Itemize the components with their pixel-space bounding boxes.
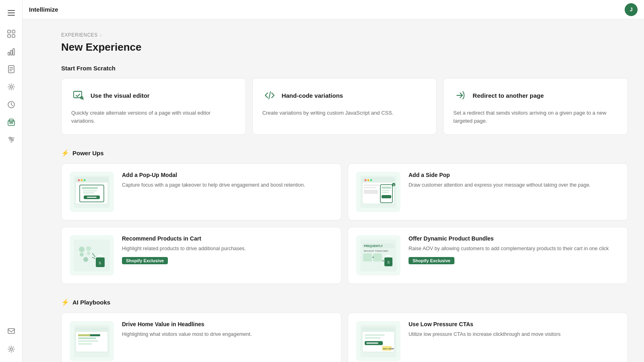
svg-point-14 bbox=[10, 86, 12, 88]
sidebar-item-filters[interactable] bbox=[3, 132, 19, 148]
svg-text:+: + bbox=[372, 255, 374, 259]
sidebar-item-dashboard[interactable] bbox=[3, 26, 19, 42]
breadcrumb-parent[interactable]: EXPERIENCES bbox=[61, 32, 98, 38]
svg-point-46 bbox=[367, 179, 369, 181]
card-hand-code-header: Hand-code variations bbox=[262, 88, 427, 103]
svg-line-29 bbox=[269, 92, 270, 99]
svg-rect-81 bbox=[78, 337, 96, 339]
card-visual-editor[interactable]: Use the visual editor Quickly create alt… bbox=[61, 78, 246, 135]
drive-home-content: Drive Home Value in Headlines Highlighti… bbox=[122, 321, 333, 342]
sidebar-top bbox=[0, 5, 22, 148]
visual-editor-icon bbox=[71, 88, 86, 103]
card-dynamic-bundles[interactable]: FREQUENTLY BOUGHT TOGETHER + S + bbox=[348, 227, 628, 284]
card-redirect[interactable]: Redirect to another page Set a redirect … bbox=[443, 78, 628, 135]
popup-modal-desc: Capture focus with a page takeover to he… bbox=[122, 181, 333, 189]
low-pressure-title: Use Low Pressure CTAs bbox=[409, 321, 619, 327]
user-avatar[interactable]: J bbox=[625, 3, 638, 16]
app-name: Intellimize bbox=[29, 6, 58, 13]
svg-rect-44 bbox=[362, 178, 394, 183]
sidebar-item-history[interactable] bbox=[3, 97, 19, 113]
svg-point-35 bbox=[84, 179, 86, 181]
drive-home-thumb bbox=[70, 321, 114, 361]
svg-text:BOUGHT TOGETHER: BOUGHT TOGETHER bbox=[364, 250, 388, 252]
sidebar-item-experiences[interactable] bbox=[3, 114, 19, 130]
svg-text:S: S bbox=[387, 260, 390, 264]
redirect-icon bbox=[453, 88, 468, 103]
dynamic-bundles-desc: Raise AOV by allowing customers to add c… bbox=[409, 245, 619, 253]
sidebar-item-gear[interactable] bbox=[3, 341, 19, 357]
svg-rect-4 bbox=[12, 30, 15, 33]
hand-code-title: Hand-code variations bbox=[282, 92, 343, 99]
hand-code-icon bbox=[262, 88, 277, 103]
svg-rect-37 bbox=[82, 187, 98, 189]
svg-rect-1 bbox=[8, 12, 15, 13]
page-title: New Experience bbox=[61, 41, 628, 53]
card-popup-modal[interactable]: Add a Pop-Up Modal Capture focus with a … bbox=[61, 163, 341, 220]
sidebar-item-messages[interactable] bbox=[3, 323, 19, 339]
svg-point-34 bbox=[81, 179, 83, 181]
side-pop-content: Add a Side Pop Draw customer attention a… bbox=[409, 172, 619, 193]
svg-rect-87 bbox=[362, 328, 394, 332]
drive-home-title: Drive Home Value in Headlines bbox=[122, 321, 333, 327]
breadcrumb: EXPERIENCES › bbox=[61, 32, 628, 38]
svg-rect-2 bbox=[8, 15, 15, 16]
svg-rect-25 bbox=[8, 329, 14, 333]
svg-rect-58 bbox=[74, 239, 110, 272]
powerups-icon: ⚡ bbox=[61, 149, 69, 157]
sidebar-item-reports[interactable] bbox=[3, 61, 19, 77]
sidebar-item-settings[interactable] bbox=[3, 79, 19, 95]
recommend-products-title: Recommend Products in Cart bbox=[122, 235, 333, 242]
sidebar bbox=[0, 0, 23, 362]
svg-rect-51 bbox=[382, 192, 389, 193]
card-visual-editor-header: Use the visual editor bbox=[71, 88, 236, 103]
sidebar-bottom bbox=[3, 323, 19, 357]
side-pop-title: Add a Side Pop bbox=[409, 172, 619, 178]
card-side-pop[interactable]: ♥ Add a Side Pop Draw customer attention… bbox=[348, 163, 628, 220]
svg-point-63 bbox=[83, 257, 88, 262]
svg-rect-39 bbox=[83, 192, 94, 193]
svg-point-26 bbox=[10, 348, 12, 350]
svg-point-24 bbox=[12, 139, 13, 141]
svg-text:♥: ♥ bbox=[393, 184, 395, 186]
svg-rect-49 bbox=[382, 187, 391, 189]
sidebar-item-analytics[interactable] bbox=[3, 43, 19, 60]
svg-rect-9 bbox=[13, 49, 14, 55]
playbooks-icon: ⚡ bbox=[61, 298, 69, 306]
card-low-pressure-ctas[interactable]: BUY NOW Use Low Pressure CTAs Utilize lo… bbox=[348, 313, 628, 362]
svg-point-47 bbox=[370, 179, 372, 181]
card-redirect-header: Redirect to another page bbox=[453, 88, 618, 103]
svg-rect-41 bbox=[87, 197, 97, 198]
svg-point-59 bbox=[79, 247, 85, 252]
svg-point-23 bbox=[10, 137, 11, 139]
redirect-title: Redirect to another page bbox=[473, 92, 544, 99]
breadcrumb-chevron-icon: › bbox=[100, 33, 102, 37]
drive-home-desc: Highlighting what visitors value most to… bbox=[122, 331, 333, 338]
playbooks-grid: Drive Home Value in Headlines Highlighti… bbox=[61, 313, 628, 362]
low-pressure-thumb: BUY NOW bbox=[356, 321, 400, 361]
low-pressure-desc: Utilize low pressure CTAs to increase cl… bbox=[409, 331, 619, 338]
card-recommend-products[interactable]: S Recommend Products in Cart Highlight r… bbox=[61, 227, 341, 284]
svg-text:+: + bbox=[382, 259, 384, 263]
hamburger-menu[interactable] bbox=[3, 5, 19, 21]
card-hand-code[interactable]: Hand-code variations Create variations b… bbox=[252, 78, 437, 135]
popup-modal-title: Add a Pop-Up Modal bbox=[122, 172, 333, 178]
recommend-products-thumb: S bbox=[70, 235, 114, 276]
shopify-badge-bundles: Shopify Exclusive bbox=[409, 257, 454, 264]
svg-text:S: S bbox=[99, 261, 101, 265]
scratch-section-header: Start From Scratch bbox=[61, 65, 628, 72]
scratch-cards-grid: Use the visual editor Quickly create alt… bbox=[61, 78, 628, 135]
svg-point-61 bbox=[86, 246, 91, 251]
svg-rect-91 bbox=[366, 342, 378, 344]
dynamic-bundles-content: Offer Dynamic Product Bundles Raise AOV … bbox=[409, 235, 619, 264]
shopify-badge-recommend: Shopify Exclusive bbox=[122, 257, 168, 264]
svg-rect-82 bbox=[78, 340, 98, 342]
side-pop-desc: Draw customer attention and express your… bbox=[409, 181, 619, 189]
svg-rect-38 bbox=[83, 190, 97, 191]
hand-code-desc: Create variations by writing custom Java… bbox=[262, 109, 427, 117]
svg-rect-72 bbox=[373, 253, 382, 261]
svg-rect-71 bbox=[363, 253, 372, 261]
popup-modal-thumb bbox=[70, 172, 114, 212]
recommend-products-desc: Highlight related products to drive addi… bbox=[122, 245, 333, 253]
main-content: EXPERIENCES › New Experience Start From … bbox=[45, 19, 644, 362]
card-drive-home-value[interactable]: Drive Home Value in Headlines Highlighti… bbox=[61, 313, 341, 362]
